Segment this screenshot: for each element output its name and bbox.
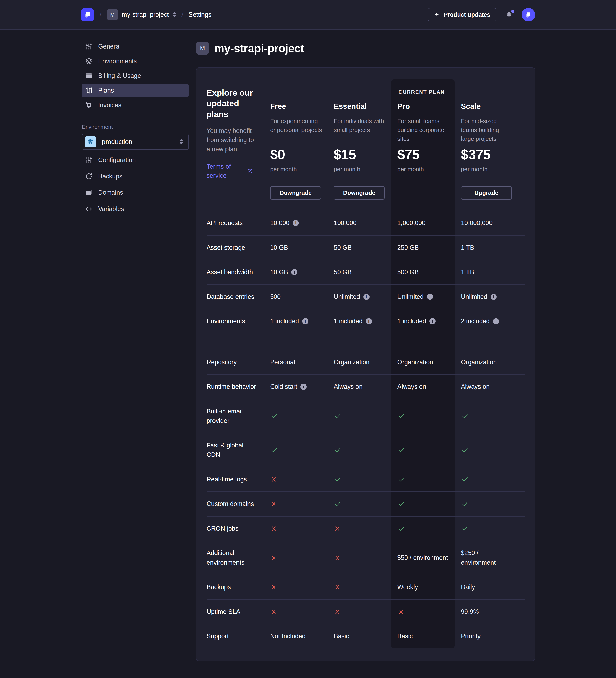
plan-value-text: 2 included (461, 316, 490, 326)
sidebar-item-invoices[interactable]: Invoices (82, 98, 189, 112)
layers-icon (87, 138, 94, 145)
plan-value-text: 50 GB (334, 243, 352, 253)
strapi-logo[interactable] (81, 8, 94, 22)
cross-icon (334, 554, 341, 562)
feature-label: Additional environments (207, 541, 270, 575)
plan-description: For small teams building corporate sites (398, 117, 450, 147)
plan-column-essential: Essential For individuals with small pro… (334, 68, 397, 211)
main-content: M my-strapi-project Explore our updated … (196, 39, 535, 661)
breadcrumb-project[interactable]: M my-strapi-project (107, 9, 176, 21)
sliders-icon (85, 42, 93, 50)
plan-value: $250 / environment (461, 541, 525, 575)
table-row: Asset storage10 GB50 GB250 GB1 TB (207, 235, 525, 260)
check-icon (461, 525, 469, 533)
info-icon[interactable]: i (429, 318, 436, 324)
environment-nav: Configuration Backups Domains Variab (81, 153, 189, 216)
sidebar-item-label: Configuration (98, 156, 136, 164)
plan-name: Pro (398, 102, 450, 111)
plans-intro: Explore our updated plans You may benefi… (207, 68, 270, 211)
info-icon[interactable]: i (493, 318, 499, 324)
table-group: RepositoryPersonalOrganizationOrganizati… (207, 350, 525, 648)
product-updates-button[interactable]: Product updates (428, 8, 496, 22)
sidebar-item-variables[interactable]: Variables (82, 201, 189, 216)
sidebar-item-environments[interactable]: Environments (82, 54, 189, 68)
feature-label: Uptime SLA (207, 600, 270, 624)
plan-value: 99.9% (461, 600, 525, 624)
sidebar-item-label: Domains (98, 189, 123, 196)
plan-value: $50 / environment (398, 541, 461, 575)
environment-select[interactable]: production (82, 134, 189, 150)
table-row: Runtime behaviorCold startiAlways onAlwa… (207, 374, 525, 399)
project-switcher-icon[interactable] (172, 12, 176, 17)
sidebar-item-backups[interactable]: Backups (82, 169, 189, 184)
plan-value (334, 541, 397, 575)
info-icon[interactable]: i (293, 220, 299, 226)
plan-value-text: Always on (398, 382, 426, 391)
info-icon[interactable]: i (363, 294, 370, 300)
external-link-icon[interactable] (246, 168, 253, 175)
plan-value-text: Weekly (398, 582, 418, 592)
plans-header: Explore our updated plans You may benefi… (207, 68, 525, 211)
sidebar-item-billing[interactable]: Billing & Usage (82, 69, 189, 83)
plan-name: Free (270, 102, 322, 111)
avatar-strapi-icon (525, 11, 532, 18)
plan-value-text: 1 included (398, 316, 426, 326)
sidebar-item-domains[interactable]: Domains (82, 185, 189, 200)
table-row: Fast & global CDN (207, 433, 525, 467)
breadcrumb-settings[interactable]: Settings (189, 11, 211, 18)
notifications-button[interactable] (505, 11, 513, 18)
check-icon (270, 446, 278, 454)
sidebar-item-label: Backups (98, 173, 122, 180)
plan-value: Organization (461, 350, 525, 374)
info-icon[interactable]: i (291, 269, 297, 275)
cross-icon (270, 525, 278, 532)
plan-value: Organization (398, 350, 461, 374)
info-icon[interactable]: i (302, 318, 309, 324)
check-icon (461, 500, 469, 508)
downgrade-button[interactable]: Downgrade (334, 186, 384, 199)
plan-value (461, 517, 525, 541)
plan-value-text: Always on (461, 382, 490, 391)
plan-value-text: Basic (398, 632, 413, 641)
user-avatar[interactable] (522, 8, 535, 22)
plan-value (334, 467, 397, 492)
plan-value-text: 1,000,000 (398, 218, 425, 228)
plan-value-text: Organization (461, 357, 497, 367)
plan-value-text: Daily (461, 582, 475, 592)
info-icon[interactable]: i (491, 294, 497, 300)
plan-value (334, 600, 397, 624)
info-icon[interactable]: i (366, 318, 372, 324)
sidebar-item-plans[interactable]: Plans (82, 84, 189, 98)
plan-value (461, 434, 525, 467)
product-updates-label: Product updates (444, 11, 490, 18)
check-icon (398, 500, 406, 508)
cross-icon (334, 583, 341, 591)
plan-price: $375 (461, 147, 513, 162)
upgrade-button[interactable]: Upgrade (461, 186, 512, 199)
plan-value: Weekly (398, 575, 461, 599)
plan-value (270, 467, 334, 492)
terms-of-service-link[interactable]: Terms of service (207, 162, 239, 180)
plan-value: 1 includedi (398, 309, 461, 334)
plan-value: Daily (461, 575, 525, 599)
plan-value: 1 TB (461, 260, 525, 285)
info-icon[interactable]: i (427, 294, 433, 300)
plan-value (270, 399, 334, 433)
plan-value (461, 399, 525, 433)
feature-label: Database entries (207, 285, 270, 309)
plan-value: 500 GB (398, 260, 461, 285)
info-icon[interactable]: i (300, 384, 306, 390)
downgrade-button[interactable]: Downgrade (270, 186, 321, 199)
sidebar-item-general[interactable]: General (82, 40, 189, 53)
plan-value-text: Organization (398, 357, 433, 367)
feature-label: Repository (207, 350, 270, 374)
sidebar-item-configuration[interactable]: Configuration (82, 153, 189, 167)
plan-value: Unlimitedi (334, 285, 397, 309)
plan-value-text: $50 / environment (398, 553, 448, 563)
plan-value: Unlimitedi (398, 285, 461, 309)
plan-value-text: 250 GB (398, 243, 419, 253)
plan-value: Basic (334, 624, 397, 648)
plan-description: For experimenting or personal projects (270, 117, 322, 147)
feature-label: API requests (207, 211, 270, 235)
breadcrumb: / M my-strapi-project / Settings (81, 8, 428, 22)
